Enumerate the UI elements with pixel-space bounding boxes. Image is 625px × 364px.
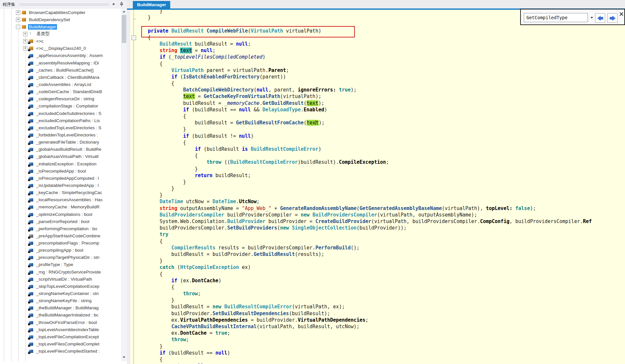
field-private-icon bbox=[29, 112, 33, 115]
tree-item[interactable]: _precompTargetPhysicalDir : stri bbox=[0, 254, 121, 261]
lock-icon bbox=[28, 237, 30, 239]
code-line: string outputAssemblyName = "App_Web_" +… bbox=[136, 205, 625, 212]
pin-icon[interactable] bbox=[119, 2, 124, 7]
tree-item[interactable]: _globalAsaxVirtualPath : Virtuall bbox=[0, 153, 121, 160]
tree-item[interactable]: +基类型 bbox=[0, 30, 121, 37]
field-private-icon bbox=[29, 292, 33, 295]
tab-buildmanager[interactable]: BuildManager bbox=[133, 1, 170, 8]
tree-item[interactable]: _precompilationFlags : Precomp bbox=[0, 240, 121, 247]
tree-item[interactable]: _optimizeCompilations : bool bbox=[0, 211, 121, 218]
tree-item[interactable]: _initializeException : Exception bbox=[0, 160, 121, 167]
tree-item[interactable]: +BuildDependencySet bbox=[0, 16, 121, 23]
close-icon[interactable]: ✕ bbox=[618, 10, 625, 18]
expand-icon[interactable]: + bbox=[16, 10, 20, 15]
code-line: throw; bbox=[136, 290, 625, 297]
tree-scrollbar[interactable] bbox=[121, 9, 127, 361]
expand-icon[interactable]: + bbox=[23, 46, 27, 50]
tree-item[interactable]: _keyCache : SimpleRecyclingCac bbox=[0, 189, 121, 196]
field-private-icon bbox=[29, 105, 33, 108]
tree-item[interactable]: _localResourcesAssemblies : Has bbox=[0, 196, 121, 203]
code-line: { bbox=[136, 113, 625, 119]
tree-item[interactable]: _codeGenCache : StandardDiskB bbox=[0, 88, 121, 95]
lock-icon bbox=[28, 136, 30, 138]
expand-icon[interactable]: + bbox=[23, 32, 27, 36]
arrow-left-icon bbox=[597, 16, 603, 21]
field-private-icon bbox=[29, 314, 33, 317]
tree-item[interactable]: _strongNameKeyFile : string bbox=[0, 297, 121, 304]
tree-item[interactable]: +<>c__DisplayClass240_0 bbox=[0, 45, 121, 52]
code-line: return buildResult; bbox=[136, 172, 625, 179]
tree-item[interactable]: _strongNameKeyContainer : stri bbox=[0, 290, 121, 297]
tree-item[interactable]: _parseErrorReported : bool bbox=[0, 218, 121, 225]
tree-item-label: _preAppStartHashCodeCombine bbox=[35, 233, 101, 239]
collapse-icon[interactable]: - bbox=[16, 25, 20, 29]
tree-item[interactable]: _cbmCallback : ClientBuildMana bbox=[0, 74, 121, 81]
scroll-down-icon[interactable] bbox=[121, 355, 127, 360]
code-line: text = GetCacheKeyFromVirtualPath(virtua… bbox=[136, 93, 625, 100]
tree-item[interactable]: _memoryCache : MemoryBuildR bbox=[0, 203, 121, 211]
tree-item[interactable]: _isPrecompiledAppComputed : l bbox=[0, 175, 121, 182]
tree-item[interactable]: _preAppStartHashCodeCombine bbox=[0, 232, 121, 239]
dropdown-arrow-icon[interactable] bbox=[589, 13, 595, 22]
tree-item[interactable]: _precompilingApp : bool bbox=[0, 247, 121, 254]
tree-item-label: _assemblyResolveMapping : IDi bbox=[35, 60, 100, 66]
tree-item[interactable]: +<>c bbox=[0, 38, 121, 45]
panel-drag-grip[interactable] bbox=[19, 3, 109, 6]
tree-item[interactable]: _excludedCompilationPaths : Lis bbox=[0, 117, 121, 124]
lock-icon bbox=[28, 280, 30, 282]
lock-icon bbox=[28, 316, 30, 318]
panel-title-bar: 程序集 bbox=[0, 0, 127, 9]
tree-item[interactable]: _performingPrecompilation : bo bbox=[0, 225, 121, 232]
code-text: } } private BuildResult CompileWebFile(V… bbox=[130, 10, 625, 364]
code-line: System.Web.Compilation.BuildProvider bui… bbox=[136, 218, 625, 225]
field-private-icon bbox=[29, 242, 33, 245]
field-private-icon bbox=[29, 170, 33, 173]
tree-item[interactable]: _theBuildManagerInitialized : bc bbox=[0, 312, 121, 319]
panel-menu-arrow-icon[interactable] bbox=[112, 4, 115, 5]
lock-icon bbox=[28, 172, 30, 174]
tree-item[interactable]: _topLevelFilesCompiledComplet bbox=[0, 340, 121, 347]
tree-item[interactable]: _topLevelAssembliesIndexTable bbox=[0, 326, 121, 333]
tree-item-label: _topLevelFilesCompiledStarted : bbox=[35, 348, 101, 354]
code-line: ex.DontCache = true; bbox=[136, 330, 625, 336]
code-line: VirtualPath parent = virtualPath.Parent; bbox=[136, 67, 625, 74]
tree-item[interactable]: _forbiddenTopLevelDirectories : bbox=[0, 131, 121, 138]
navigate-forward-button[interactable] bbox=[607, 13, 618, 23]
tree-item[interactable]: _theBuildManager : BuildManag bbox=[0, 304, 121, 312]
tree-item[interactable]: _isPrecompiledApp : bool bbox=[0, 167, 121, 175]
field-private-icon bbox=[29, 263, 33, 266]
tree-item[interactable]: _throwOnFirstParseError : bool bbox=[0, 319, 121, 326]
expand-icon[interactable]: + bbox=[16, 18, 20, 22]
tree-item[interactable]: -BuildManager bbox=[0, 23, 121, 30]
lock-icon bbox=[28, 324, 30, 325]
tree-item[interactable]: _profileType : Type bbox=[0, 261, 121, 268]
tree-item[interactable]: _globalAsaxBuildResult : BuildRe bbox=[0, 146, 121, 153]
tree-item[interactable]: _codeAssemblies : ArrayList bbox=[0, 81, 121, 88]
navigate-back-button[interactable] bbox=[595, 13, 605, 23]
tree-item[interactable]: _isUpdatablePrecompiledApp : l bbox=[0, 182, 121, 189]
code-editor[interactable]: } } private BuildResult CompileWebFile(V… bbox=[130, 10, 625, 364]
code-line: { bbox=[136, 80, 625, 87]
tree-item[interactable]: _compilationStage : Compilatior bbox=[0, 103, 121, 110]
tree-item[interactable]: _codegenResourceDir : string bbox=[0, 95, 121, 103]
symbol-search-input[interactable] bbox=[524, 13, 588, 22]
tree-item[interactable]: _rng : RNGCryptoServiceProvide bbox=[0, 268, 121, 275]
tree-item[interactable]: +BrowserCapabilitiesCompiler bbox=[0, 9, 121, 16]
tree-item[interactable]: _generatedFileTable : Dictionary bbox=[0, 139, 121, 146]
expand-icon[interactable]: + bbox=[23, 39, 27, 43]
lock-icon bbox=[28, 100, 30, 102]
tree-item[interactable]: _scriptVirtualDir : VirtualPath bbox=[0, 275, 121, 283]
tree-item[interactable]: _assemblyResolveMapping : IDi bbox=[0, 59, 121, 66]
tree-item[interactable]: _topLevelFilesCompiledStarted : bbox=[0, 348, 121, 355]
scrollbar-thumb[interactable] bbox=[122, 15, 126, 43]
tree-item[interactable]: _caches : BuildResultCache[] bbox=[0, 66, 121, 74]
tree-item[interactable]: _topLevelFileCompilationExcept bbox=[0, 333, 121, 340]
tree-item[interactable]: _excludedCodeSubdirectories : S bbox=[0, 110, 121, 117]
fold-toggle-icon[interactable]: - bbox=[132, 35, 136, 40]
scroll-up-icon[interactable] bbox=[121, 9, 127, 14]
tree-item[interactable]: _excludedTopLevelDirectories : S bbox=[0, 124, 121, 131]
tree-item[interactable]: _appResourcesAssembly : Assem bbox=[0, 52, 121, 59]
lock-icon bbox=[28, 150, 30, 152]
tree-item[interactable]: _skipTopLevelCompilationExcep bbox=[0, 283, 121, 290]
tree-item-label: _localResourcesAssemblies : Has bbox=[35, 197, 104, 203]
